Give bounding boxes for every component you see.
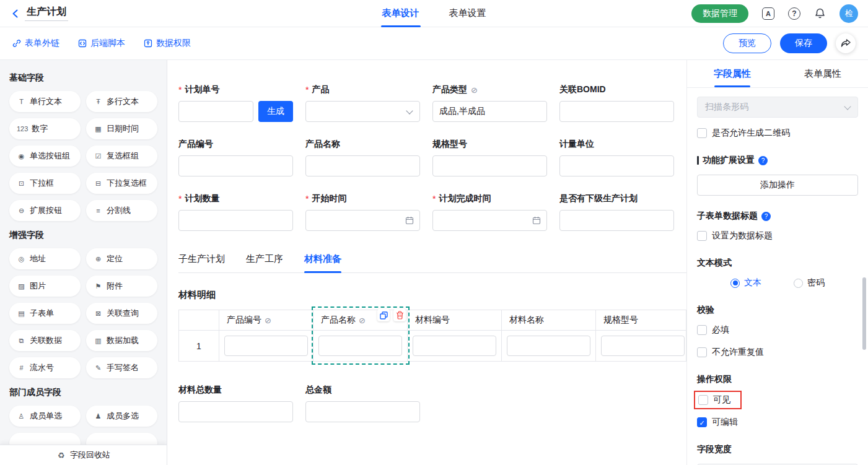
sidebar-item-serial-number[interactable]: #流水号 xyxy=(9,357,81,378)
sidebar-item-number[interactable]: 123数字 xyxy=(9,118,81,139)
scrollbar-thumb[interactable] xyxy=(862,277,866,350)
avatar[interactable]: 检 xyxy=(840,4,858,23)
help-icon[interactable]: ? xyxy=(788,7,800,20)
header-actions: 数据管理 A ? 检 xyxy=(691,4,858,23)
sidebar-item-linked-data[interactable]: ⧉关联数据 xyxy=(9,330,81,351)
data-permission-link[interactable]: 数据权限 xyxy=(144,38,191,49)
qr-code-checkbox[interactable]: 是否允许生成二维码 xyxy=(697,128,858,139)
sidebar-item-member-single[interactable]: ♙成员单选 xyxy=(9,406,81,427)
checkbox-label: 可编辑 xyxy=(712,417,738,428)
sidebar-item-lookup[interactable]: ⊠关联查询 xyxy=(86,303,157,324)
generate-button[interactable]: 生成 xyxy=(258,101,293,122)
notification-bell-icon[interactable] xyxy=(814,7,826,19)
spec-input[interactable] xyxy=(432,155,547,176)
product-name-cell-input[interactable] xyxy=(318,336,402,356)
password-mode-radio[interactable]: 密码 xyxy=(794,277,825,289)
spec-cell-input[interactable] xyxy=(601,336,685,356)
field-product-no: 产品编号 xyxy=(178,139,293,176)
sidebar-item-subform[interactable]: ▤子表单 xyxy=(9,303,81,324)
sidebar-item-multi-select[interactable]: ⊟下拉复选框 xyxy=(86,173,157,194)
sidebar-item-image[interactable]: ▨图片 xyxy=(9,276,81,297)
has-sub-plan-input[interactable] xyxy=(559,210,674,231)
top-header: 生产计划 表单设计 表单设置 数据管理 A ? 检 xyxy=(0,0,868,27)
field-recycle-bin[interactable]: ♻ 字段回收站 xyxy=(0,445,167,465)
editable-checkbox[interactable]: 可编辑 xyxy=(697,417,858,428)
share-button[interactable] xyxy=(836,33,856,53)
section-bar xyxy=(697,156,699,165)
section-title: 操作权限 xyxy=(697,374,732,385)
radio-group-icon: ◉ xyxy=(17,152,26,160)
plan-no-input[interactable] xyxy=(178,101,253,122)
help-icon[interactable]: ? xyxy=(758,156,768,165)
table-clip: 产品编号 ⊘ 产品名称 ⊘ 材料编号 材料名称 规格型号 1 xyxy=(179,310,686,361)
save-button[interactable]: 保存 xyxy=(780,33,827,53)
column-header-material-name[interactable]: 材料名称 xyxy=(502,310,596,330)
radio-icon xyxy=(730,279,740,288)
product-no-cell-input[interactable] xyxy=(224,336,308,356)
column-header-material-no[interactable]: 材料编号 xyxy=(408,310,502,330)
field-plan-qty: 计划数量 xyxy=(178,194,293,231)
sidebar-item-location[interactable]: ⊕定位 xyxy=(86,248,157,269)
column-header-product-no[interactable]: 产品编号 ⊘ xyxy=(219,310,313,330)
multi-line-text-icon: Ŧ xyxy=(94,98,103,105)
sidebar-item-multi-line-text[interactable]: Ŧ多行文本 xyxy=(86,91,157,112)
sidebar-item-address[interactable]: ◎地址 xyxy=(9,248,81,269)
product-no-input[interactable] xyxy=(178,155,293,176)
sidebar-item-checkbox-group[interactable]: ☑复选框组 xyxy=(86,146,157,167)
amount-total-input[interactable] xyxy=(305,401,420,422)
plan-qty-input[interactable] xyxy=(178,210,293,231)
help-icon[interactable]: ? xyxy=(761,212,771,221)
sidebar-item-datetime[interactable]: ▦日期时间 xyxy=(86,118,157,139)
column-header-spec[interactable]: 规格型号 xyxy=(596,310,686,330)
unit-input[interactable] xyxy=(559,155,674,176)
bom-id-input[interactable] xyxy=(559,101,674,122)
no-duplicate-checkbox[interactable]: 不允许重复值 xyxy=(697,347,858,358)
tab-field-properties[interactable]: 字段属性 xyxy=(687,60,778,87)
copy-column-icon[interactable] xyxy=(377,309,390,321)
section-title: 子表单数据标题 xyxy=(697,211,758,222)
material-no-cell-input[interactable] xyxy=(413,336,496,356)
sidebar-item-divider[interactable]: ≡分割线 xyxy=(86,200,157,221)
product-select[interactable] xyxy=(305,101,420,122)
item-label: 扩展按钮 xyxy=(30,205,62,216)
sidebar-item-attachment[interactable]: ⚑附件 xyxy=(86,276,157,297)
tab-material-preparation[interactable]: 材料准备 xyxy=(304,253,341,272)
tab-sub-production-plan[interactable]: 子生产计划 xyxy=(178,253,225,272)
table-cell xyxy=(596,331,686,361)
form-external-link[interactable]: 表单外链 xyxy=(12,38,59,49)
sidebar-item-single-line-text[interactable]: T单行文本 xyxy=(9,91,81,112)
sidebar-item-data-load[interactable]: ▥数据加载 xyxy=(86,330,157,351)
barcode-select[interactable]: 扫描条形码 xyxy=(697,97,858,118)
text-mode-radio[interactable]: 文本 xyxy=(730,277,761,289)
checkbox-label: 必填 xyxy=(712,324,729,336)
preview-button[interactable]: 预览 xyxy=(723,33,771,53)
product-name-input[interactable] xyxy=(305,155,420,176)
sidebar-item-extend-button[interactable]: ⊖扩展按钮 xyxy=(9,200,81,221)
material-name-cell-input[interactable] xyxy=(507,336,590,356)
data-manage-button[interactable]: 数据管理 xyxy=(691,4,748,23)
backend-script-link[interactable]: 后端脚本 xyxy=(78,38,125,49)
start-time-input[interactable] xyxy=(305,210,420,231)
set-data-title-checkbox[interactable]: 设置为数据标题 xyxy=(697,230,858,241)
product-type-input[interactable]: 成品,半成品 xyxy=(432,101,547,122)
finish-time-input[interactable] xyxy=(432,210,547,231)
add-action-button[interactable]: 添加操作 xyxy=(697,175,858,196)
delete-column-icon[interactable] xyxy=(393,309,406,321)
tab-form-settings[interactable]: 表单设置 xyxy=(449,0,486,27)
sidebar-item-radio-group[interactable]: ◉单选按钮组 xyxy=(9,146,81,167)
totals-row: 材料总数量 总金额 xyxy=(178,385,686,422)
item-label: 成员单选 xyxy=(30,411,62,422)
subform-icon: ▤ xyxy=(17,310,26,318)
field-unit: 计量单位 xyxy=(559,139,674,176)
tab-form-properties[interactable]: 表单属性 xyxy=(778,60,868,87)
sidebar-item-signature[interactable]: ✎手写签名 xyxy=(86,357,157,378)
sidebar-item-member-multi[interactable]: ♟成员多选 xyxy=(86,406,157,427)
required-checkbox[interactable]: 必填 xyxy=(697,324,858,336)
sidebar-item-select[interactable]: ⊡下拉框 xyxy=(9,173,81,194)
tab-form-design[interactable]: 表单设计 xyxy=(382,0,419,27)
visible-checkbox[interactable]: 可见 xyxy=(698,394,730,406)
language-icon[interactable]: A xyxy=(762,7,774,20)
material-total-input[interactable] xyxy=(178,401,293,422)
back-button[interactable] xyxy=(10,8,21,19)
tab-production-process[interactable]: 生产工序 xyxy=(246,253,283,272)
